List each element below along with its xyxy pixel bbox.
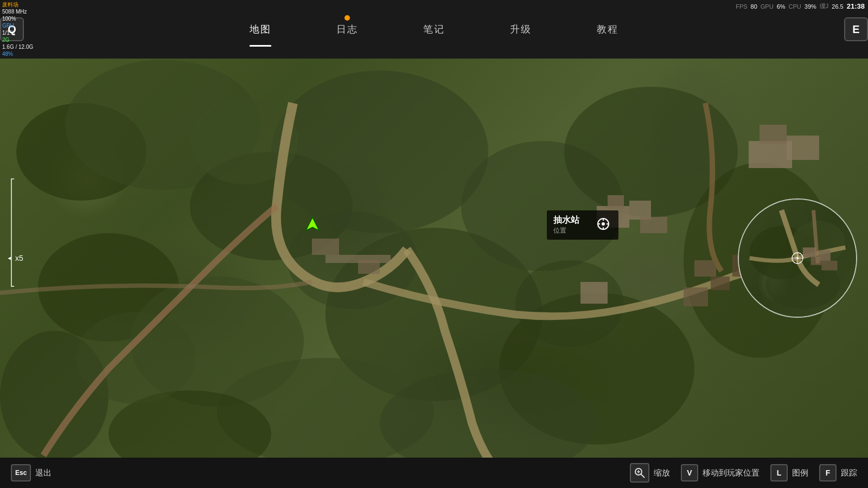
tab-log[interactable]: 日志 [304, 16, 391, 42]
location-icon [597, 217, 610, 233]
player-marker [304, 216, 321, 236]
legend-label: 图例 [792, 468, 808, 478]
svg-rect-33 [787, 136, 819, 160]
fps-label: FPS [736, 3, 747, 10]
nav-tabs: 地图 日志 笔记 升级 教程 [24, 16, 844, 42]
vram-value: 26.5 [832, 3, 843, 10]
location-sub: 位置 [553, 226, 579, 235]
svg-rect-44 [803, 247, 816, 257]
clock-time: 21:38 [847, 2, 865, 10]
exit-label: 退出 [35, 468, 52, 478]
svg-rect-25 [711, 277, 730, 290]
gpu-util-label: GPU [761, 3, 774, 10]
zoom-value: x5 [15, 254, 23, 262]
bottom-bar: Esc 退出 缩放 V 移动到玩家位置 L 图例 F 跟踪 [0, 458, 868, 488]
esc-key-badge[interactable]: Esc [11, 464, 31, 481]
svg-point-51 [796, 257, 799, 259]
location-tooltip: 抽水站 位置 [547, 210, 618, 240]
tab-notes[interactable]: 笔记 [391, 16, 477, 42]
v-key-badge[interactable]: V [681, 464, 698, 481]
net-stats: 2G [2, 36, 33, 43]
notification-dot [344, 15, 350, 21]
zoom-icon[interactable] [630, 463, 649, 483]
f-key-badge[interactable]: F [819, 464, 837, 481]
tab-map[interactable]: 地图 [217, 16, 304, 42]
minimap [738, 198, 857, 318]
move-to-player-button[interactable]: V 移动到玩家位置 [681, 464, 760, 481]
cpu-freq: 5088 MHz [2, 8, 33, 15]
fps-value: 80 [751, 3, 757, 10]
svg-rect-26 [684, 287, 708, 306]
cpu-util-value: 39% [805, 3, 816, 10]
svg-rect-46 [819, 250, 831, 261]
svg-rect-31 [749, 141, 792, 168]
tab-upgrade[interactable]: 升级 [477, 16, 564, 42]
zoom-indicator: ◄ x5 [7, 254, 23, 262]
gpu-mem: 1/1% [2, 29, 33, 36]
scale-bar [11, 178, 14, 287]
esc-button[interactable]: Esc 退出 [11, 464, 52, 481]
svg-rect-22 [640, 217, 667, 233]
zoom-button[interactable]: 缩放 [630, 463, 670, 483]
svg-rect-23 [580, 282, 608, 304]
svg-point-3 [271, 70, 488, 233]
gpu-label: GPU [2, 22, 33, 29]
active-tab-indicator [250, 45, 271, 47]
net-stats2: 1.6G / 12.0G [2, 43, 33, 50]
svg-rect-32 [760, 125, 787, 144]
cpu-perc: 100% [2, 15, 33, 22]
gpu-util-value: 6% [777, 3, 786, 10]
svg-rect-24 [694, 260, 716, 277]
svg-marker-34 [306, 217, 319, 230]
svg-rect-21 [629, 201, 651, 220]
svg-rect-30 [358, 260, 380, 274]
ping-stats: 48% [2, 50, 33, 57]
map-area[interactable]: ◄ x5 抽水站 位置 [0, 59, 868, 458]
vram-label: 缓J [820, 2, 829, 10]
svg-rect-47 [821, 261, 837, 271]
legend-button[interactable]: L 图例 [770, 464, 808, 481]
l-key-badge[interactable]: L [770, 464, 788, 481]
system-stats: 废料场 5088 MHz 100% GPU 1/1% 2G 1.6G / 12.… [0, 0, 35, 59]
svg-line-53 [641, 474, 645, 478]
zoom-label: 缩放 [654, 468, 670, 478]
track-button[interactable]: F 跟踪 [819, 464, 857, 481]
cpu-label: 废料场 [2, 1, 33, 8]
svg-rect-20 [608, 195, 624, 209]
move-to-player-label: 移动到玩家位置 [703, 468, 760, 478]
svg-rect-28 [312, 239, 339, 255]
track-label: 跟踪 [841, 468, 857, 478]
tab-tutorial[interactable]: 教程 [564, 16, 651, 42]
top-right-stats: FPS 80 GPU 6% CPU 39% 缓J 26.5 21:38 [732, 1, 868, 11]
e-key-button[interactable]: E [844, 17, 868, 41]
minimap-crosshair [791, 252, 804, 265]
cpu-util-label: CPU [789, 3, 801, 10]
svg-point-40 [602, 222, 605, 226]
location-title: 抽水站 [553, 215, 579, 226]
